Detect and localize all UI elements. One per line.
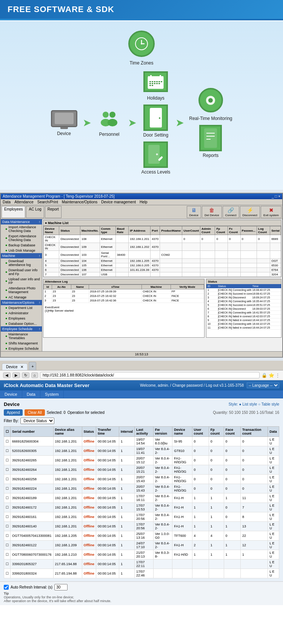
iclock-device-row[interactable]: ☐ 5203182600305 192.168.1.201 Offline 00… — [4, 446, 279, 456]
machine-row[interactable]: 5 Disconnected 105 Ethernet 192.168.0.20… — [44, 263, 281, 268]
device-check[interactable]: ☐ — [4, 512, 11, 522]
new-tab-button[interactable]: + — [29, 362, 36, 370]
btn-connect[interactable]: 🔗 Connect — [223, 206, 239, 218]
sidebar-download-user[interactable]: ●Download user info and Fp — [1, 267, 42, 277]
btn-device[interactable]: 🖥 Device — [187, 206, 201, 218]
clear-all-button[interactable]: Clear All — [25, 409, 45, 416]
device-check[interactable]: ☐ — [4, 437, 11, 446]
iclock-device-row[interactable]: ☐ 3399201800324 217.65.194.88 Offline 00… — [4, 569, 279, 578]
section-maintenance[interactable]: Maintenance/Options↑ — [1, 300, 42, 305]
device-check[interactable]: ☐ — [4, 465, 11, 475]
sidebar-admin[interactable]: ●Administrator — [1, 310, 42, 316]
iclock-device-row[interactable]: ☐ 3929182460264 192.168.1.201 Offline 00… — [4, 465, 279, 475]
device-alias: 192.168.1.209 — [53, 541, 82, 550]
machine-row[interactable]: 7 Disconnected 107 USB 3204 — [44, 272, 281, 277]
btn-disconnect[interactable]: ⚡ Disconnect — [240, 206, 260, 218]
iclock-device-row[interactable]: ☐ 3929182460189 192.168.1.201 Offline 00… — [4, 493, 279, 503]
browser-refresh[interactable]: ↻ — [22, 372, 29, 378]
sidebar-shifts[interactable]: ●Shifts Management — [1, 341, 42, 346]
sidebar-emp-schedule[interactable]: ●Employee Schedule — [1, 346, 42, 351]
device-check[interactable]: ☐ — [4, 446, 11, 456]
iclock-device-row[interactable]: ☐ 3929182460224 192.168.1.201 Offline 00… — [4, 484, 279, 493]
filter-select[interactable]: Device Status — [20, 418, 54, 424]
browser-home[interactable]: ⌂ — [31, 372, 38, 378]
machine-row[interactable]: 3 Disconnected 103 Serial Port/... 38400… — [44, 251, 281, 259]
auto-refresh-checkbox[interactable] — [4, 585, 9, 590]
log-row[interactable]: 2 23 23 2018-07-25 16:42:32 CHECK IN FAC… — [44, 294, 204, 298]
iclock-device-row[interactable]: ☐ 3929182460122 192.168.1.209 Offline 00… — [4, 541, 279, 550]
menu-maintenance[interactable]: Maintenance/Options — [62, 200, 98, 204]
tab-close[interactable]: ✕ — [20, 365, 23, 369]
iclock-device-row[interactable]: ☐ 3929182460265 192.168.1.201 Offline 00… — [4, 456, 279, 465]
iclock-device-row[interactable]: ☐ 3929182460172 192.168.1.201 Offline 00… — [4, 503, 279, 512]
log-col-machine: Machine — [142, 285, 171, 289]
device-check[interactable]: ☐ — [4, 559, 11, 569]
tab-employees[interactable]: Employees — [2, 206, 25, 218]
browser-back[interactable]: ◀ — [3, 372, 11, 378]
machine-row[interactable]: CHECK IN Disconnected 108 Ethernet 192.1… — [44, 235, 281, 243]
col-fc: Fc Count — [228, 226, 241, 235]
btn-exit[interactable]: ✖ Exit system — [261, 206, 281, 218]
machine-row[interactable]: 6 Disconnected 106 Ethernet 101.81.228.3… — [44, 268, 281, 272]
nav-system[interactable]: System — [40, 390, 64, 398]
machine-row[interactable]: CHECK IN Disconnected 109 Ethernet 192.1… — [44, 243, 281, 251]
device-check[interactable]: ☐ — [4, 484, 11, 493]
tab-report[interactable]: Report — [45, 206, 62, 218]
btn-del-device[interactable]: 🗑 Del Device — [202, 206, 222, 218]
sidebar-import-attendance[interactable]: ●Import Attendance Checking Data — [1, 224, 42, 234]
iclock-device-row[interactable]: ☐ 3929182460258 192.168.1.201 Offline 00… — [4, 475, 279, 484]
section-machine[interactable]: Machine↑ — [1, 253, 42, 258]
status-text: [CHECK IN] Connecting with — [218, 300, 252, 303]
device-check[interactable]: ☐ — [4, 475, 11, 484]
sidebar-export-attendance[interactable]: ●Export Attendance Checking Data — [1, 234, 42, 243]
nav-device[interactable]: Device — [0, 390, 22, 398]
menu-help[interactable]: Help — [140, 200, 148, 204]
menu-device-mgmt[interactable]: Device management — [101, 200, 136, 204]
iclock-device-row[interactable]: ☐ 3929182460140 192.168.1.201 Offline 00… — [4, 522, 279, 531]
sidebar-ac-manage[interactable]: ●AC Manage — [1, 295, 42, 300]
sidebar-employees[interactable]: ●Employees — [1, 316, 42, 321]
device-check[interactable]: ☐ — [4, 541, 11, 550]
device-check[interactable]: ☐ — [4, 503, 11, 512]
device-check[interactable]: ☐ — [4, 456, 11, 465]
section-data-maintenance[interactable]: Data Maintenance↑ — [1, 219, 42, 224]
machine-port — [151, 272, 160, 277]
machine-product: COM2 — [160, 251, 182, 259]
iclock-device-row[interactable]: ☐ 3929182460161 192.168.1.201 Offline 00… — [4, 512, 279, 522]
menu-attendance[interactable]: Attendance — [14, 200, 34, 204]
refresh-interval-input[interactable] — [54, 584, 68, 590]
sidebar-maintenance-tt[interactable]: ●Maintenance Timetables — [1, 332, 42, 341]
browser-forward[interactable]: ▶ — [12, 372, 20, 378]
language-select[interactable]: -- Language -- — [247, 383, 279, 388]
sidebar-db-option[interactable]: ●Database Option... — [1, 321, 42, 326]
sidebar-download-log[interactable]: ●Download attendance log — [1, 258, 42, 267]
col-tx: Transaction count — [240, 427, 268, 437]
iclock-device-row[interactable]: ☐ OGT70800607073000176 192.168.1.210 Off… — [4, 550, 279, 559]
sidebar-usb-disk[interactable]: ●Usb Disk Manage — [1, 248, 42, 253]
browser-tab-device[interactable]: Device ✕ — [2, 363, 28, 370]
iclock-device-row[interactable]: ☐ 3399201805327 217.65.194.88 Offline 00… — [4, 559, 279, 569]
browser-url[interactable]: http://192.168.1.88:8082/iclock/data/icl… — [40, 372, 260, 378]
device-check[interactable]: ☐ — [4, 493, 11, 503]
iclock-device-row[interactable]: ☐ OGT70400570413300081 192.168.1.205 Off… — [4, 531, 279, 541]
sidebar-dept-list[interactable]: ●Department List — [1, 305, 42, 310]
log-row[interactable]: 3 23 23 2018-07-25 16:42:36 CHECK IN FAC… — [44, 298, 204, 303]
log-row[interactable]: 1 23 23 2018-07-25 16:09:39 CHECK IN FP — [44, 289, 204, 294]
machine-port: 4370 — [151, 259, 160, 263]
tab-aclog[interactable]: AC Log — [26, 206, 44, 218]
nav-data[interactable]: Data — [22, 390, 40, 398]
sidebar-backup-db[interactable]: ●Backup Database — [1, 243, 42, 248]
device-check[interactable]: ☐ — [4, 550, 11, 559]
device-check[interactable]: ☐ — [4, 531, 11, 541]
section-emp-schedule[interactable]: Employee Schedule↑ — [1, 326, 42, 332]
sidebar-upload-user[interactable]: ●Upload user info and FP — [1, 277, 42, 286]
menu-search[interactable]: Search/Print — [37, 200, 58, 204]
iclock-device-row[interactable]: ☐ 66691825600304 192.168.1.201 Offline 0… — [4, 437, 279, 446]
device-check[interactable]: ☐ — [4, 522, 11, 531]
menu-data[interactable]: Data — [3, 200, 11, 204]
append-button[interactable]: Append — [4, 409, 23, 416]
device-check[interactable]: ☐ — [4, 569, 11, 578]
style-toggle[interactable]: Style: ● List style ○ Table style — [229, 402, 279, 406]
sidebar-photo-mgmt[interactable]: ●Attendance Photo Management — [1, 286, 42, 295]
machine-row[interactable]: 4 Disconnected 104 Ethernet 192.168.1.20… — [44, 259, 281, 263]
